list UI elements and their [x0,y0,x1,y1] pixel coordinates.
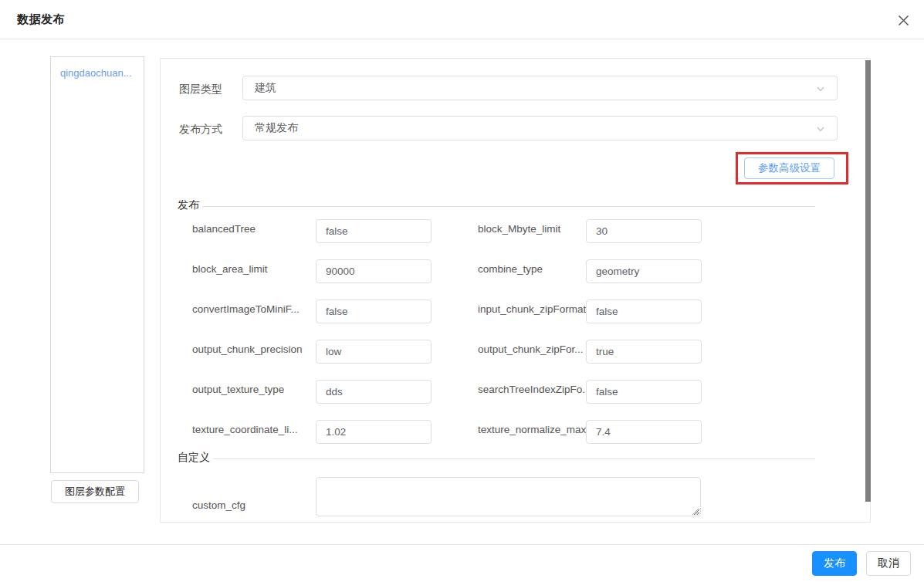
cancel-button[interactable]: 取消 [866,551,911,576]
section-custom-title: 自定义 [178,451,210,465]
publish-mode-label: 发布方式 [179,123,222,137]
section-divider [202,206,815,207]
section-publish: 发布 [178,198,815,212]
layer-type-label: 图层类型 [179,83,222,96]
field-input-balancedTree[interactable] [316,219,432,243]
field-label: texture_coordinate_li... [192,424,298,435]
section-custom: 自定义 [178,451,815,465]
publish-mode-select[interactable]: 常规发布 [242,116,838,140]
field-label: input_chunk_zipFormat [478,303,586,315]
field-label: output_chunk_zipFor... [478,343,584,355]
field-label: combine_type [478,263,543,275]
field-label: balancedTree [192,223,256,235]
publish-mode-value: 常规发布 [255,121,298,135]
field-input-searchTreeIndexZipFo[interactable] [586,380,702,404]
field-input-block_Mbyte_limit[interactable] [586,219,702,243]
close-button[interactable] [894,11,912,29]
publish-button[interactable]: 发布 [812,551,857,576]
chevron-down-icon [815,124,826,134]
custom-cfg-textarea[interactable] [316,477,701,516]
field-input-block_area_limit[interactable] [316,259,432,283]
field-label: output_chunk_precision [192,343,303,355]
scrollbar[interactable] [865,60,871,502]
close-icon [898,15,909,26]
field-input-texture_coordinate_li[interactable] [316,420,432,444]
field-label: block_area_limit [192,263,268,275]
field-input-combine_type[interactable] [586,259,702,283]
layer-list: qingdaochuan... [50,56,144,473]
field-label: convertImageToMiniF... [192,303,300,315]
field-input-input_chunk_zipFormat[interactable] [586,299,702,323]
dialog-footer: 发布 取消 [0,544,924,582]
layer-type-value: 建筑 [255,81,276,95]
field-input-texture_normalize_max[interactable] [586,420,702,444]
chevron-down-icon [815,83,826,94]
dialog-title: 数据发布 [17,12,65,27]
advanced-settings-button[interactable]: 参数高级设置 [744,157,834,179]
section-publish-title: 发布 [178,198,199,212]
dialog-header: 数据发布 [0,0,924,39]
layer-type-select[interactable]: 建筑 [242,76,838,100]
data-publish-dialog: 数据发布 qingdaochuan... 图层参数配置 图层类型 建筑 发布方式… [0,0,924,582]
layer-list-item[interactable]: qingdaochuan... [51,57,144,79]
field-label: block_Mbyte_limit [478,223,560,235]
parameter-panel: 图层类型 建筑 发布方式 常规发布 参数高级设置 发布 balancedTree… [160,58,871,523]
layer-param-config-button[interactable]: 图层参数配置 [51,480,139,503]
section-divider [213,458,815,459]
field-label: texture_normalize_max [478,424,586,435]
field-label: searchTreeIndexZipFo... [478,384,591,395]
field-input-output_chunk_precision[interactable] [316,340,432,364]
field-input-output_chunk_zipFor[interactable] [586,340,702,364]
field-input-output_texture_type[interactable] [316,380,432,404]
field-input-convertImageToMiniF[interactable] [316,299,432,323]
field-label: output_texture_type [192,384,284,395]
field-label: custom_cfg [192,499,245,511]
